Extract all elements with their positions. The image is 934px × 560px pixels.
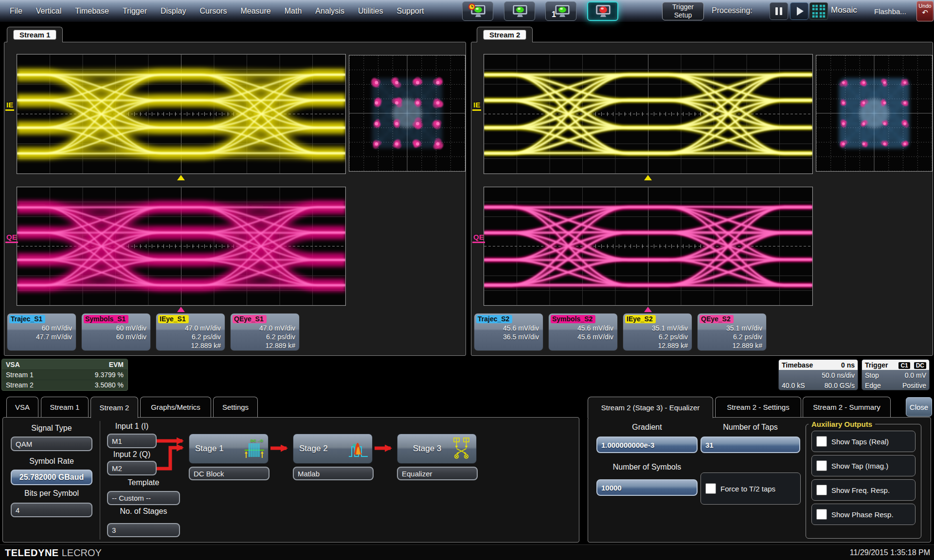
trigger-type: Edge bbox=[865, 382, 881, 389]
trigger-normal-button[interactable] bbox=[504, 1, 535, 21]
num-taps-label: Number of Taps bbox=[700, 423, 800, 432]
menu-utilities[interactable]: Utilities bbox=[351, 7, 390, 16]
bits-per-symbol-field[interactable]: 4 bbox=[11, 503, 92, 517]
timebase-readout[interactable]: Timebase 0 ns 50.0 ns/div 40.0 kS 80.0 G… bbox=[778, 359, 858, 390]
stream2-grid-panel: IE QE Trajec_S2 45.6 mV/div 36.5 mV/div … bbox=[471, 42, 933, 356]
num-symbols-field[interactable]: 10000 bbox=[596, 479, 698, 496]
descriptor-symbols-s1[interactable]: Symbols_S1 60 mV/div 60 mV/div bbox=[81, 313, 151, 351]
brand-strong: TELEDYNE bbox=[5, 547, 59, 558]
show-tap-imag-checkbox[interactable] bbox=[816, 460, 827, 471]
show-phase-resp-row[interactable]: Show Phase Resp. bbox=[811, 504, 916, 525]
show-freq-resp-row[interactable]: Show Freq. Resp. bbox=[811, 479, 916, 501]
tab-vsa[interactable]: VSA bbox=[6, 397, 38, 417]
oscilloscope-screen: File Vertical Timebase Trigger Display C… bbox=[0, 0, 934, 560]
show-taps-real-row[interactable]: Show Taps (Real) bbox=[811, 431, 916, 452]
ieye-s2-channel-label[interactable]: IE bbox=[472, 101, 481, 111]
menu-timebase[interactable]: Timebase bbox=[68, 7, 116, 16]
input2-field[interactable]: M2 bbox=[107, 461, 157, 475]
force-t2-taps-checkbox[interactable] bbox=[705, 483, 716, 494]
input1-label: Input 1 (I) bbox=[107, 422, 157, 431]
qeye-s2-channel-label[interactable]: QE bbox=[472, 233, 485, 243]
menu-trigger[interactable]: Trigger bbox=[116, 7, 154, 16]
processing-pause-button[interactable] bbox=[770, 2, 788, 20]
stage1-type-field[interactable]: DC Block bbox=[189, 467, 269, 480]
menu-support[interactable]: Support bbox=[390, 7, 431, 16]
descriptor-trajec-s2[interactable]: Trajec_S2 45.6 mV/div 36.5 mV/div bbox=[474, 313, 543, 351]
trigger-single-button[interactable]: 1 bbox=[545, 1, 576, 21]
stream2-grid-tab[interactable]: Stream 2 bbox=[477, 27, 533, 42]
stage2-type-field[interactable]: Matlab bbox=[293, 467, 374, 480]
tab-stream2-settings[interactable]: Stream 2 - Settings bbox=[715, 397, 801, 417]
trigger-stop-button[interactable] bbox=[587, 1, 618, 21]
ieye-s1-channel-label[interactable]: IE bbox=[5, 101, 14, 111]
menu-display[interactable]: Display bbox=[154, 7, 193, 16]
trace-chip: Symbols_S2 bbox=[551, 315, 595, 323]
descriptor-ieye-s1[interactable]: IEye_S1 47.0 mV/div 6.2 ps/div 12.889 k# bbox=[156, 313, 225, 351]
qeye-s1-channel-label[interactable]: QE bbox=[5, 233, 18, 243]
menu-file[interactable]: File bbox=[3, 7, 29, 16]
menu-cursors[interactable]: Cursors bbox=[193, 7, 234, 16]
processing-play-button[interactable] bbox=[790, 2, 808, 20]
stage3-type-field[interactable]: Equalizer bbox=[397, 467, 478, 480]
trigger-coupling-badge: DC bbox=[914, 362, 926, 369]
desc-line: 60 mV/div bbox=[36, 324, 72, 332]
trace-chip: IEye_S1 bbox=[158, 315, 189, 323]
menu-vertical[interactable]: Vertical bbox=[29, 7, 68, 16]
input1-field[interactable]: M1 bbox=[107, 434, 157, 448]
tab-settings[interactable]: Settings bbox=[213, 397, 258, 417]
symbol-rate-field[interactable]: 25.782000 GBaud bbox=[11, 470, 92, 485]
trigger-position-marker-s2-q[interactable] bbox=[644, 307, 652, 312]
trigger-position-marker-s2-i[interactable] bbox=[644, 175, 652, 180]
template-field[interactable]: -- Custom -- bbox=[107, 491, 180, 505]
svg-text:1: 1 bbox=[552, 10, 556, 18]
gradient-field[interactable]: 1.000000000e-3 bbox=[596, 437, 698, 453]
show-taps-real-checkbox[interactable] bbox=[816, 436, 827, 447]
undo-button[interactable]: Undo ↶ bbox=[916, 1, 934, 21]
trigger-position-marker-s1-i[interactable] bbox=[177, 175, 185, 180]
desc-line: 35.1 mV/div bbox=[726, 324, 762, 332]
brand-logo: TELEDYNELECROY bbox=[5, 547, 102, 559]
show-phase-resp-checkbox[interactable] bbox=[816, 509, 827, 520]
trigger-readout[interactable]: Trigger C1 DC Stop 0.0 mV Edge Positive bbox=[862, 359, 930, 390]
constellation-s2-plot bbox=[816, 55, 933, 172]
desc-line: 6.2 ps/div bbox=[652, 332, 688, 341]
show-tap-imag-row[interactable]: Show Tap (Imag.) bbox=[811, 455, 916, 476]
mosaic-grid-icon bbox=[811, 4, 826, 18]
tab-stream2-stage3-equalizer[interactable]: Stream 2 (Stage 3) - Equalizer bbox=[588, 397, 713, 418]
auxiliary-outputs-title: Auxiliary Outputs bbox=[808, 420, 875, 428]
tab-stream1[interactable]: Stream 1 bbox=[41, 397, 89, 417]
trigger-setup-button[interactable]: Trigger Setup bbox=[662, 2, 704, 20]
signal-type-field[interactable]: QAM bbox=[11, 437, 92, 451]
num-stages-field[interactable]: 3 bbox=[107, 523, 180, 537]
menu-math[interactable]: Math bbox=[278, 7, 309, 16]
trigger-auto-button[interactable] bbox=[462, 1, 493, 21]
tab-stream2[interactable]: Stream 2 bbox=[90, 397, 138, 418]
stream1-grid-tab[interactable]: Stream 1 bbox=[7, 27, 63, 42]
descriptor-qeye-s1[interactable]: QEye_S1 47.0 mV/div 6.2 ps/div 12.889 k# bbox=[230, 313, 300, 351]
trigger-position-marker-s1-q[interactable] bbox=[177, 307, 185, 312]
stage2-button[interactable]: Stage 2 bbox=[293, 434, 373, 464]
descriptor-qeye-s2[interactable]: QEye_S2 35.1 mV/div 6.2 ps/div 12.889 k# bbox=[697, 313, 767, 351]
descriptor-trajec-s1[interactable]: Trajec_S1 60 mV/div 47.7 mV/div bbox=[7, 313, 76, 351]
flashback-label[interactable]: Flashba... bbox=[874, 7, 906, 16]
tab-graphs-metrics[interactable]: Graphs/Metrics bbox=[140, 397, 211, 417]
stage3-button[interactable]: Stage 3 bbox=[397, 434, 477, 464]
vsa-metric-header: EVM bbox=[109, 361, 124, 368]
stage1-button[interactable]: Stage 1 DC→O bbox=[189, 434, 269, 464]
desc-line: 12.889 k# bbox=[652, 341, 688, 350]
menu-analysis[interactable]: Analysis bbox=[308, 7, 351, 16]
close-button[interactable]: Close bbox=[906, 397, 932, 417]
mosaic-button[interactable] bbox=[809, 2, 828, 20]
monitor-single-icon: 1 bbox=[551, 3, 571, 19]
timebase-title: Timebase bbox=[782, 361, 813, 369]
timebase-scale: 50.0 ns/div bbox=[822, 371, 855, 379]
num-taps-field[interactable]: 31 bbox=[700, 437, 800, 453]
descriptor-ieye-s2[interactable]: IEye_S2 35.1 mV/div 6.2 ps/div 12.889 k# bbox=[623, 313, 692, 351]
descriptor-symbols-s2[interactable]: Symbols_S2 45.6 mV/div 45.6 mV/div bbox=[548, 313, 618, 351]
tab-stream2-summary[interactable]: Stream 2 - Summary bbox=[803, 397, 891, 417]
menu-measure[interactable]: Measure bbox=[234, 7, 277, 16]
desc-line: 12.889 k# bbox=[259, 341, 295, 350]
show-freq-resp-checkbox[interactable] bbox=[816, 485, 827, 495]
force-t2-taps-checkbox-row[interactable]: Force to T/2 taps bbox=[700, 472, 801, 505]
panel-divider bbox=[100, 421, 100, 540]
